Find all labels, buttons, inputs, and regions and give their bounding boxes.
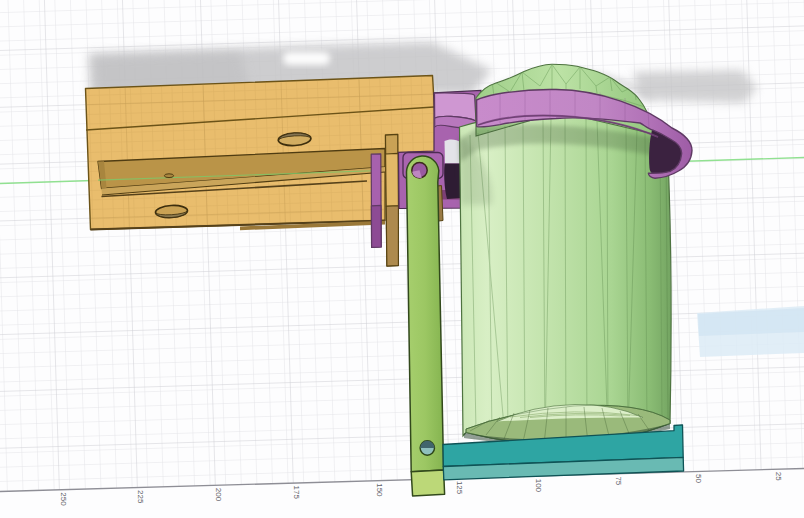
svg-text:225: 225 <box>136 490 145 504</box>
svg-text:250: 250 <box>59 492 68 506</box>
svg-text:125: 125 <box>455 481 464 495</box>
svg-text:175: 175 <box>292 486 301 500</box>
svg-text:100: 100 <box>534 479 543 493</box>
svg-text:50: 50 <box>694 474 703 483</box>
svg-text:25: 25 <box>774 472 783 481</box>
svg-text:75: 75 <box>614 476 623 485</box>
svg-text:150: 150 <box>375 483 384 497</box>
svg-text:200: 200 <box>214 488 223 502</box>
